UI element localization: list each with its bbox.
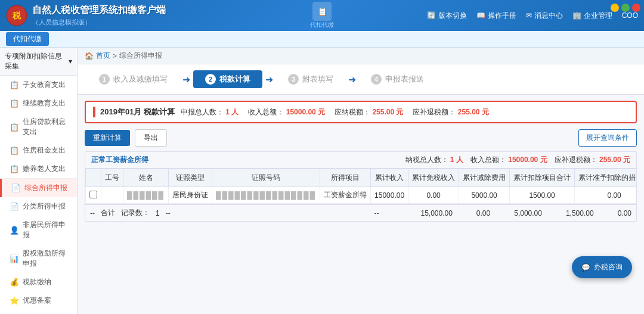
app-logo: 税 xyxy=(6,5,27,26)
sidebar-item-housing-rent[interactable]: 📋 住房租金支出 xyxy=(0,141,77,160)
table-row[interactable]: ██████ 居民身份证 ████████████████ 工资薪金所得 150… xyxy=(86,187,637,204)
tax-value: 255.00 元 xyxy=(372,108,403,116)
tax-info-box: 2019年01月 税款计算 申报总人数： 1 人 收入总额： 15000.00 … xyxy=(85,101,637,123)
chevron-icon: ▾ xyxy=(69,57,72,66)
tax-info-label: 2019年01月 税款计算 xyxy=(93,107,175,117)
income-section-header: 正常工资薪金所得 纳税总人数： 1 人 收入总额： 15000.00 元 应补退… xyxy=(85,152,636,169)
breadcrumb-home[interactable]: 首页 xyxy=(96,51,110,61)
step-arrow-2: ➜ xyxy=(262,74,276,85)
table-scroll-area[interactable]: 工号 姓名 证照类型 证照号码 所得项目 累计收入 累计免税收入 累计减除费用 … xyxy=(85,169,636,204)
housing-loan-icon: 📋 xyxy=(10,123,19,132)
stats-refund: 应补退税额： 255.00 元 xyxy=(555,155,630,165)
close-btn[interactable] xyxy=(632,4,640,12)
sidebar-item-classified[interactable]: 📄 分类所得申报 xyxy=(0,197,77,216)
breadcrumb-separator: > xyxy=(113,52,117,60)
sidebar-item-equity[interactable]: 📊 股权激励所得申报 xyxy=(0,244,77,273)
step-tab-2[interactable]: 2 税款计算 xyxy=(193,70,262,88)
stats-income: 收入总额： 15000.00 元 xyxy=(470,155,547,165)
row-id-no: ████████████████ xyxy=(212,187,320,204)
footer-donation-total: 0.00 xyxy=(618,209,631,217)
maximize-btn[interactable] xyxy=(621,4,630,12)
sidebar-section-special-header[interactable]: 专项附加扣除信息采集 ▾ xyxy=(0,48,77,76)
tax-payment-icon: 💰 xyxy=(10,278,19,287)
logo-area: 税 自然人税收管理系统扣缴客户端 （人员信息模拟版） xyxy=(6,4,166,27)
footer-deduction-total: 5,000.00 xyxy=(514,209,542,217)
row-id-type: 居民身份证 xyxy=(169,187,212,204)
daikou-btn[interactable]: 代扣代缴 xyxy=(6,32,49,46)
window-controls xyxy=(611,4,640,12)
child-edu-icon: 📋 xyxy=(10,80,19,89)
second-bar: 代扣代缴 xyxy=(0,31,644,48)
header-center: 📋 代扣代缴 xyxy=(310,2,334,29)
footer-dash2: -- xyxy=(166,209,171,217)
step-tab-1[interactable]: 1 收入及减缴填写 xyxy=(87,70,179,88)
tax-info-stats: 申报总人数： 1 人 收入总额： 15000.00 元 应纳税额： 255.00… xyxy=(181,107,628,117)
home-icon: 🏠 xyxy=(85,52,94,60)
version-icon: 🔄 xyxy=(427,11,436,20)
enterprise-btn[interactable]: 🏢 企业管理 xyxy=(572,11,612,21)
enterprise-icon: 🏢 xyxy=(572,11,581,20)
svg-text:税: 税 xyxy=(12,11,21,20)
step-num-4: 4 xyxy=(371,74,382,85)
app-subtitle: （人员信息模拟版） xyxy=(32,18,166,27)
col-total-deduction: 累计扣除项目合计 xyxy=(510,169,575,187)
sidebar-item-non-resident[interactable]: 👤 非居民所得申报 xyxy=(0,216,77,244)
col-checkbox xyxy=(86,169,101,187)
footer-tax-free-total: 0.00 xyxy=(476,209,490,217)
row-work-id xyxy=(101,187,123,204)
user-label: COO xyxy=(622,11,638,20)
col-tax-free: 累计免税收入 xyxy=(408,169,459,187)
sidebar-item-child-edu[interactable]: 📋 子女教育支出 xyxy=(0,76,77,94)
income-stat: 收入总额： 15000.00 元 xyxy=(248,107,325,117)
breadcrumb: 🏠 首页 > 综合所得申报 xyxy=(78,48,644,64)
refund-value: 255.00 元 xyxy=(458,108,489,116)
col-deduction: 累计减除费用 xyxy=(459,169,510,187)
main-layout: 专项附加扣除信息采集 ▾ 📋 子女教育支出 📋 继续教育支出 📋 住房贷款利息支… xyxy=(0,48,644,314)
consult-btn[interactable]: 💬 办税咨询 xyxy=(572,256,632,278)
col-cumulative-income: 累计收入 xyxy=(371,169,408,187)
income-value: 15000.00 元 xyxy=(286,108,325,116)
row-income-type: 工资薪金所得 xyxy=(320,187,371,204)
col-work-id: 工号 xyxy=(101,169,123,187)
sidebar-item-housing-loan[interactable]: 📋 住房贷款利息支出 xyxy=(0,113,77,141)
footer-records-label: 记录数： xyxy=(121,208,150,218)
footer-income-total: 15,000.00 xyxy=(420,209,452,217)
row-cumulative-income: 15000.00 xyxy=(371,187,408,204)
income-section-title: 正常工资薪金所得 xyxy=(91,155,148,165)
footer-total-label: 合计 xyxy=(101,208,115,218)
row-deduction: 5000.00 xyxy=(459,187,510,204)
sidebar-item-tax-payment[interactable]: 💰 税款缴纳 xyxy=(0,273,77,291)
stats-income-value: 15000.00 元 xyxy=(508,156,547,164)
row-name: ██████ xyxy=(123,187,169,204)
comprehensive-icon: 📄 xyxy=(11,184,21,192)
top-header: 税 自然人税收管理系统扣缴客户端 （人员信息模拟版） 📋 代扣代缴 🔄 版本切换… xyxy=(0,0,644,31)
tax-stat: 应纳税额： 255.00 元 xyxy=(335,107,403,117)
income-section: 正常工资薪金所得 纳税总人数： 1 人 收入总额： 15000.00 元 应补退… xyxy=(85,151,637,222)
sidebar-item-elderly-care[interactable]: 📋 赡养老人支出 xyxy=(0,160,77,178)
version-switch-btn[interactable]: 🔄 版本切换 xyxy=(427,11,467,21)
row-checkbox-cell[interactable] xyxy=(86,187,101,204)
footer-dash3: -- xyxy=(374,209,379,217)
manual-icon: 📖 xyxy=(476,11,485,20)
row-checkbox[interactable] xyxy=(89,191,97,198)
col-name: 姓名 xyxy=(123,169,169,187)
app-title: 自然人税收管理系统扣缴客户端 xyxy=(32,4,166,17)
expand-query-button[interactable]: 展开查询条件 xyxy=(578,129,637,147)
sidebar-item-comprehensive[interactable]: 📄 综合所得申报 xyxy=(0,179,77,197)
sidebar-section-special: 专项附加扣除信息采集 ▾ 📋 子女教育支出 📋 继续教育支出 📋 住房贷款利息支… xyxy=(0,48,77,179)
message-btn[interactable]: ✉ 消息中心 xyxy=(526,11,563,21)
export-button[interactable]: 导出 xyxy=(135,129,167,147)
data-table: 工号 姓名 证照类型 证照号码 所得项目 累计收入 累计免税收入 累计减除费用 … xyxy=(85,169,636,204)
minimize-btn[interactable] xyxy=(611,4,619,12)
app-title-block: 自然人税收管理系统扣缴客户端 （人员信息模拟版） xyxy=(32,4,166,27)
step-tab-4[interactable]: 4 申报表报送 xyxy=(359,70,436,88)
equity-icon: 📊 xyxy=(10,254,19,263)
recalculate-button[interactable]: 重新计算 xyxy=(85,130,130,146)
step-tab-3[interactable]: 3 附表填写 xyxy=(276,70,345,88)
sidebar-item-query-stats[interactable]: 🔍 查询统计 xyxy=(0,310,77,314)
breadcrumb-current: 综合所得申报 xyxy=(119,51,162,61)
step-arrow-1: ➜ xyxy=(179,74,193,85)
manual-btn[interactable]: 📖 操作手册 xyxy=(476,11,516,21)
sidebar-item-continue-edu[interactable]: 📋 继续教育支出 xyxy=(0,94,77,113)
sidebar-item-tax-preference[interactable]: ⭐ 优惠备案 xyxy=(0,291,77,310)
